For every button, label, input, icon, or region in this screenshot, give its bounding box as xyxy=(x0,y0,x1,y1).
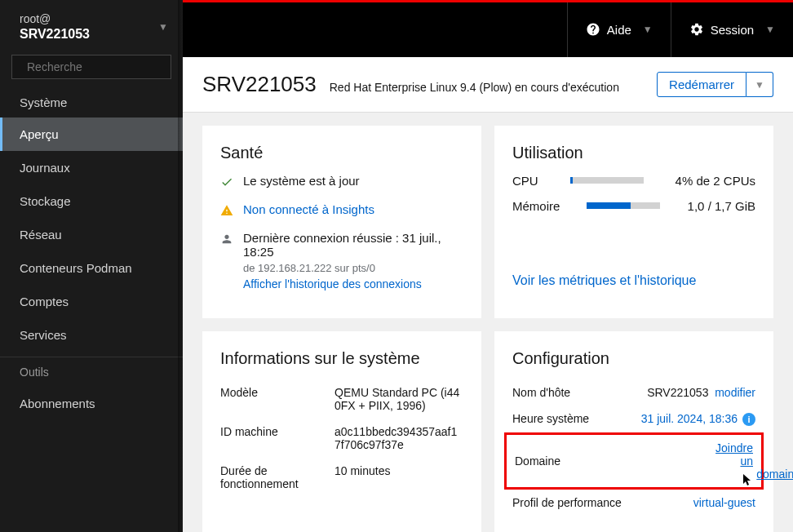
mem-label: Mémoire xyxy=(512,199,560,213)
chevron-down-icon: ▼ xyxy=(158,21,168,33)
main: Aide ▼ Session ▼ SRV221053 Red Hat Enter… xyxy=(183,0,793,532)
user-dropdown[interactable]: root@ SRV221053 ▼ xyxy=(0,0,183,55)
warning-icon xyxy=(220,204,233,219)
config-row-hostname: Nom d'hôte SRV221053 modifier xyxy=(512,379,755,406)
insights-link[interactable]: Non connecté à Insights xyxy=(243,202,374,216)
search-input[interactable] xyxy=(11,55,171,79)
config-title: Configuration xyxy=(512,349,755,368)
time-value-link[interactable]: 31 juil. 2024, 18:36 xyxy=(641,412,738,425)
domain-label: Domaine xyxy=(515,454,560,468)
sysinfo-title: Informations sur le système xyxy=(220,349,463,368)
nav-section-tools: Outils xyxy=(0,357,183,387)
nav-item-accounts[interactable]: Comptes xyxy=(0,285,183,318)
join-domain-link[interactable]: Joindre un domaine xyxy=(715,441,793,481)
nav-item-services[interactable]: Services xyxy=(0,318,183,352)
time-label: Heure système xyxy=(512,412,589,425)
nav-item-logs[interactable]: Journaux xyxy=(0,151,183,184)
config-row-perf: Profil de performance virtual-guest xyxy=(512,490,755,516)
usage-title: Utilisation xyxy=(512,144,755,162)
lastlogin-from: de 192.168.21.222 sur pts/0 xyxy=(243,262,463,274)
health-title: Santé xyxy=(220,144,463,162)
model-value: QEMU Standard PC (i440FX + PIIX, 1996) xyxy=(334,386,463,412)
config-row-time: Heure système 31 juil. 2024, 18:36i xyxy=(512,406,755,432)
help-icon xyxy=(586,22,600,37)
hostname-value: SRV221053 xyxy=(647,386,708,399)
login-history-link[interactable]: Afficher l'historique des connexions xyxy=(243,277,463,290)
mem-bar xyxy=(587,202,660,209)
cpu-label: CPU xyxy=(512,174,538,188)
chevron-down-icon: ▼ xyxy=(643,24,653,35)
edit-hostname-link[interactable]: modifier xyxy=(715,386,755,399)
session-label: Session xyxy=(711,23,754,37)
cpu-bar xyxy=(570,177,644,184)
nav-item-storage[interactable]: Stockage xyxy=(0,184,183,218)
nav-item-subscriptions[interactable]: Abonnements xyxy=(0,387,183,420)
model-label: Modèle xyxy=(220,386,334,412)
reboot-caret[interactable]: ▼ xyxy=(746,72,773,97)
metrics-link[interactable]: Voir les métriques et l'historique xyxy=(512,273,755,288)
machineid-value: a0c11bbedc394357aaf17f706c97f37e xyxy=(334,425,463,451)
help-label: Aide xyxy=(607,23,631,37)
host-name: SRV221053 xyxy=(20,26,90,43)
config-row-domain: Domaine Joindre un domaine xyxy=(515,441,753,481)
help-menu[interactable]: Aide ▼ xyxy=(567,2,671,57)
uptime-label: Durée de fonctionnement xyxy=(220,464,334,490)
search-field[interactable] xyxy=(27,60,170,73)
nav-item-overview[interactable]: Aperçu xyxy=(0,117,183,151)
uptime-value: 10 minutes xyxy=(334,464,463,490)
lastlogin-label: Dernière connexion réussie : xyxy=(243,231,402,245)
info-row-machineid: ID machine a0c11bbedc394357aaf17f706c97f… xyxy=(220,419,463,458)
page-header: SRV221053 Red Hat Enterprise Linux 9.4 (… xyxy=(183,57,793,113)
nav-item-network[interactable]: Réseau xyxy=(0,218,183,251)
nav-item-podman[interactable]: Conteneurs Podman xyxy=(0,251,183,285)
perf-label: Profil de performance xyxy=(512,496,622,509)
sidebar: root@ SRV221053 ▼ Système Aperçu Journau… xyxy=(0,0,183,532)
info-row-uptime: Durée de fonctionnement 10 minutes xyxy=(220,458,463,497)
info-icon[interactable]: i xyxy=(742,413,755,426)
nav-section-system: Système xyxy=(0,87,183,117)
user-icon xyxy=(220,233,233,248)
info-row-model: Modèle QEMU Standard PC (i440FX + PIIX, … xyxy=(220,379,463,419)
page-title: SRV221053 xyxy=(202,72,317,97)
machineid-label: ID machine xyxy=(220,425,334,451)
chevron-down-icon: ▼ xyxy=(765,24,775,35)
session-menu[interactable]: Session ▼ xyxy=(671,2,793,57)
cpu-value: 4% de 2 CPUs xyxy=(676,174,755,188)
page-subtitle: Red Hat Enterprise Linux 9.4 (Plow) en c… xyxy=(330,81,619,94)
usage-card: Utilisation CPU 4% de 2 CPUs Mémoire 1,0… xyxy=(494,126,773,318)
config-card: Configuration Nom d'hôte SRV221053 modif… xyxy=(494,331,773,532)
health-card: Santé Le système est à jour Non connecté… xyxy=(202,126,481,318)
chevron-down-icon: ▼ xyxy=(755,79,764,91)
reboot-button[interactable]: Redémarrer xyxy=(657,72,746,97)
sysinfo-card: Informations sur le système Modèle QEMU … xyxy=(202,331,481,532)
cursor-icon xyxy=(743,474,753,487)
user-name: root@ xyxy=(20,11,90,26)
gear-icon xyxy=(689,22,704,37)
hostname-label: Nom d'hôte xyxy=(512,386,570,399)
mem-value: 1,0 / 1,7 GiB xyxy=(688,199,755,213)
topbar: Aide ▼ Session ▼ xyxy=(183,0,793,57)
domain-highlight: Domaine Joindre un domaine xyxy=(504,432,764,490)
perf-value-link[interactable]: virtual-guest xyxy=(693,496,755,509)
uptodate-text: Le système est à jour xyxy=(243,174,360,188)
check-icon xyxy=(220,175,233,191)
